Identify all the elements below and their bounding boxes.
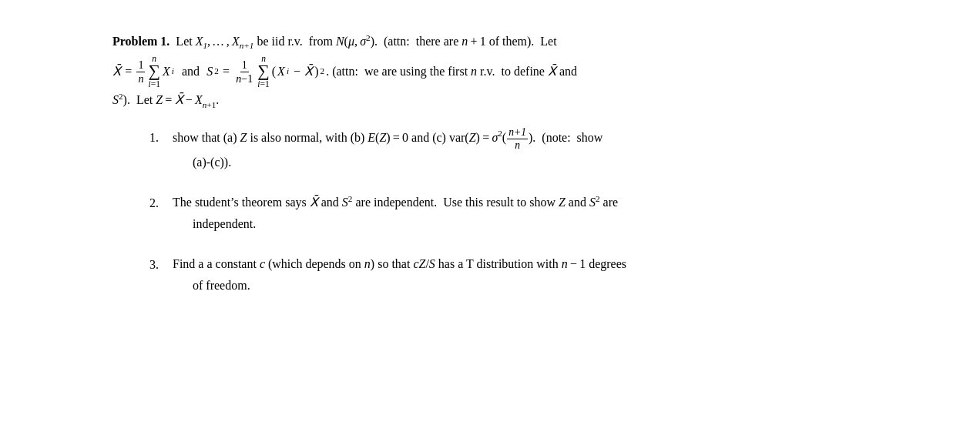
item-content-1: show that (a) Z is also normal, with (b)…: [173, 126, 868, 172]
sub-item-3: 3. Find a a constant c (which depends on…: [149, 253, 868, 296]
problem-line-2: X̄ = 1 n n ∑ i=1 Xi and S2 =: [112, 54, 868, 89]
problem-block: Problem 1. Let X1, … , Xn+1 be iid r.v. …: [112, 31, 868, 296]
page-container: Problem 1. Let X1, … , Xn+1 be iid r.v. …: [66, 0, 914, 346]
item3-line2: of freedom.: [173, 275, 868, 296]
xbar-def: X̄ = 1 n n ∑ i=1 Xi: [112, 54, 179, 89]
problem-title: Problem 1.: [112, 35, 169, 48]
item-content-3: Find a a constant c (which depends on n)…: [173, 253, 868, 296]
sub-item-1: 1. show that (a) Z is also normal, with …: [149, 126, 868, 172]
and-text: and: [179, 61, 203, 82]
item2-line1: The student’s theorem says X̄ and S2 are…: [173, 192, 868, 213]
item-number-3: 3.: [149, 253, 173, 276]
item1-line1: show that (a) Z is also normal, with (b)…: [173, 126, 868, 151]
sub-items: 1. show that (a) Z is also normal, with …: [112, 126, 868, 296]
s2-def: S2 = 1 n−1 n ∑ i=1 (Xi − X̄)2.: [203, 54, 329, 89]
item1-line2: (a)-(c)).: [173, 152, 868, 173]
problem-line-3: S2). Let Z = X̄ − Xn+1.: [112, 89, 868, 112]
item3-line1: Find a a constant c (which depends on n)…: [173, 253, 868, 275]
item-number-2: 2.: [149, 192, 173, 214]
problem-intro: Problem 1. Let X1, … , Xn+1 be iid r.v. …: [112, 31, 868, 112]
problem-line-1: Problem 1. Let X1, … , Xn+1 be iid r.v. …: [112, 31, 868, 54]
frac-1n: 1 n: [136, 59, 145, 85]
sub-item-2: 2. The student’s theorem says X̄ and S2 …: [149, 192, 868, 235]
var-x1: X1, … , Xn+1: [196, 35, 254, 48]
item-number-1: 1.: [149, 126, 173, 149]
frac-1n1: 1 n−1: [234, 59, 254, 85]
attn-text: (attn: we are using the first n r.v. to …: [329, 61, 577, 82]
item-content-2: The student’s theorem says X̄ and S2 are…: [173, 192, 868, 235]
item2-line2: independent.: [173, 213, 868, 235]
